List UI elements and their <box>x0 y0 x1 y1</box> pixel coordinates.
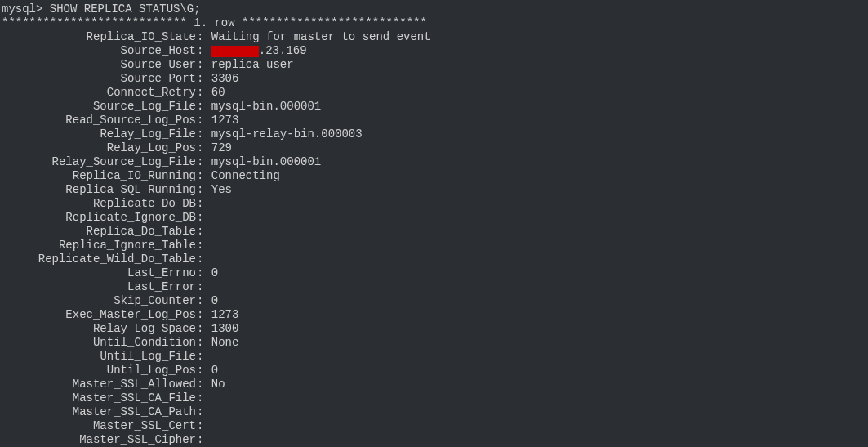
status-value: 1300 <box>211 322 239 336</box>
status-key: Skip_Counter <box>2 294 196 308</box>
colon-separator: : <box>196 336 211 350</box>
status-key: Replica_Do_Table <box>2 225 196 239</box>
colon-separator: : <box>196 294 211 308</box>
status-key: Master_SSL_Allowed <box>2 378 196 391</box>
status-key: Replicate_Ignore_DB <box>2 211 196 225</box>
colon-separator: : <box>196 211 211 225</box>
status-row: Relay_Log_Space: 1300 <box>2 322 868 336</box>
status-value: None <box>211 336 239 350</box>
status-value: mysql-relay-bin.000003 <box>211 127 363 141</box>
status-key: Replicate_Do_DB <box>2 197 196 211</box>
status-key: Replica_IO_Running <box>2 169 196 183</box>
colon-separator: : <box>196 253 211 266</box>
status-value: Waiting for master to send event <box>211 30 431 44</box>
status-row: Replica_Do_Table: <box>2 225 868 239</box>
status-key: Relay_Log_Space <box>2 322 196 336</box>
status-row: Replicate_Ignore_DB: <box>2 211 868 225</box>
status-value: No <box>211 378 225 391</box>
status-key: Exec_Master_Log_Pos <box>2 308 196 322</box>
status-key: Until_Log_File <box>2 350 196 364</box>
status-key: Source_Port <box>2 72 196 86</box>
status-row: Connect_Retry: 60 <box>2 86 868 100</box>
colon-separator: : <box>196 378 211 391</box>
status-value: .23.169 <box>211 44 307 58</box>
colon-separator: : <box>196 141 211 155</box>
colon-separator: : <box>196 239 211 253</box>
terminal-output[interactable]: mysql> SHOW REPLICA STATUS\G; **********… <box>0 0 868 447</box>
colon-separator: : <box>196 225 211 239</box>
status-rows: Replica_IO_State: Waiting for master to … <box>2 30 868 447</box>
status-key: Replica_Ignore_Table <box>2 239 196 253</box>
status-value: 3306 <box>211 72 239 86</box>
status-key: Source_User <box>2 58 196 72</box>
colon-separator: : <box>196 30 211 44</box>
status-row: Until_Log_Pos: 0 <box>2 364 868 378</box>
status-row: Master_SSL_Cert: <box>2 419 868 433</box>
status-row: Master_SSL_Cipher: <box>2 433 868 447</box>
colon-separator: : <box>196 44 211 58</box>
status-row: Replica_SQL_Running: Yes <box>2 183 868 197</box>
status-row: Exec_Master_Log_Pos: 1273 <box>2 308 868 322</box>
status-row: Last_Errno: 0 <box>2 266 868 280</box>
status-value: 1273 <box>211 114 239 127</box>
status-value: 0 <box>211 266 218 280</box>
status-row: Relay_Log_Pos: 729 <box>2 141 868 155</box>
status-row: Source_Log_File: mysql-bin.000001 <box>2 100 868 114</box>
status-key: Last_Errno <box>2 266 196 280</box>
colon-separator: : <box>196 350 211 364</box>
status-row: Replica_IO_Running: Connecting <box>2 169 868 183</box>
status-row: Source_Port: 3306 <box>2 72 868 86</box>
status-key: Replica_SQL_Running <box>2 183 196 197</box>
colon-separator: : <box>196 364 211 378</box>
status-row: Source_Host: .23.169 <box>2 44 868 58</box>
colon-separator: : <box>196 280 211 294</box>
status-row: Master_SSL_Allowed: No <box>2 378 868 391</box>
status-row: Replica_IO_State: Waiting for master to … <box>2 30 868 44</box>
colon-separator: : <box>196 169 211 183</box>
status-value: mysql-bin.000001 <box>211 155 321 169</box>
colon-separator: : <box>196 58 211 72</box>
status-row: Master_SSL_CA_File: <box>2 391 868 405</box>
status-row: Relay_Log_File: mysql-relay-bin.000003 <box>2 127 868 141</box>
redacted-block <box>211 46 259 57</box>
status-value: Yes <box>211 183 232 197</box>
status-key: Master_SSL_Cipher <box>2 433 196 447</box>
status-row: Replica_Ignore_Table: <box>2 239 868 253</box>
status-key: Master_SSL_Cert <box>2 419 196 433</box>
status-row: Last_Error: <box>2 280 868 294</box>
status-value: replica_user <box>211 58 294 72</box>
colon-separator: : <box>196 433 211 447</box>
host-suffix: .23.169 <box>259 44 307 58</box>
colon-separator: : <box>196 266 211 280</box>
status-key: Until_Condition <box>2 336 196 350</box>
status-value: 60 <box>211 86 225 100</box>
colon-separator: : <box>196 86 211 100</box>
status-key: Connect_Retry <box>2 86 196 100</box>
status-value: 0 <box>211 364 218 378</box>
status-value: 1273 <box>211 308 239 322</box>
colon-separator: : <box>196 114 211 127</box>
status-row: Source_User: replica_user <box>2 58 868 72</box>
status-value: mysql-bin.000001 <box>211 100 321 114</box>
status-row: Read_Source_Log_Pos: 1273 <box>2 114 868 127</box>
colon-separator: : <box>196 155 211 169</box>
colon-separator: : <box>196 183 211 197</box>
status-value: Connecting <box>211 169 280 183</box>
colon-separator: : <box>196 419 211 433</box>
status-key: Until_Log_Pos <box>2 364 196 378</box>
colon-separator: : <box>196 197 211 211</box>
status-key: Replica_IO_State <box>2 30 196 44</box>
status-row: Replicate_Do_DB: <box>2 197 868 211</box>
status-key: Replicate_Wild_Do_Table <box>2 253 196 266</box>
colon-separator: : <box>196 100 211 114</box>
status-key: Relay_Source_Log_File <box>2 155 196 169</box>
colon-separator: : <box>196 391 211 405</box>
colon-separator: : <box>196 322 211 336</box>
status-key: Read_Source_Log_Pos <box>2 114 196 127</box>
status-key: Relay_Log_File <box>2 127 196 141</box>
status-value: 0 <box>211 294 218 308</box>
status-row: Until_Log_File: <box>2 350 868 364</box>
colon-separator: : <box>196 308 211 322</box>
status-key: Last_Error <box>2 280 196 294</box>
status-key: Source_Host <box>2 44 196 58</box>
